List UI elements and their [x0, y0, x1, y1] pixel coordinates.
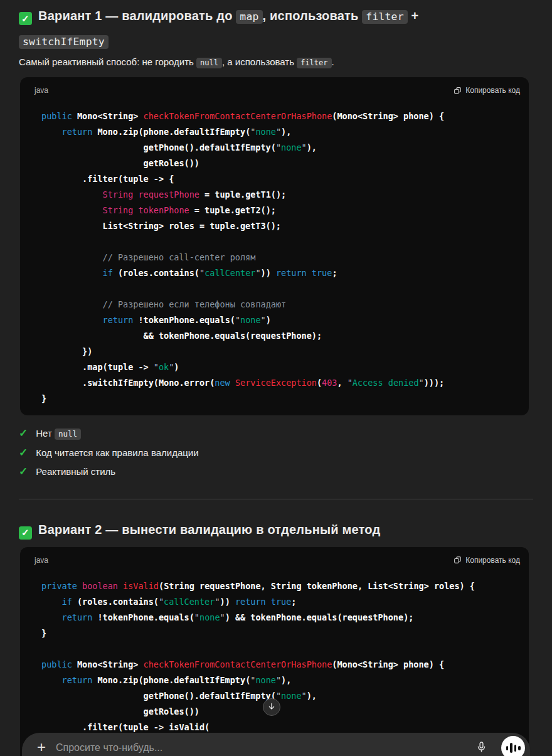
code-language-label: java: [34, 556, 48, 565]
check-icon: ✓: [19, 444, 28, 462]
waveform-icon: [506, 743, 521, 753]
code-line: String tokenPhone = tuple.getT2();: [41, 203, 519, 218]
code-block-header: java Копировать код: [20, 547, 529, 573]
text-run: Самый реактивный способ: не городить: [19, 56, 196, 67]
inline-code-chip: map: [236, 10, 262, 24]
variant2-heading: ✓Вариант 2 — вынести валидацию в отдельн…: [19, 520, 486, 540]
message-input[interactable]: [56, 739, 407, 756]
code-line: if (roles.contains("callCenter")) return…: [41, 265, 519, 281]
text-run: Вариант 2 — вынести валидацию в отдельны…: [38, 523, 380, 536]
green-check-emoji: ✓: [19, 12, 32, 25]
voice-mode-button[interactable]: [501, 736, 525, 756]
inline-code-chip: filter: [362, 10, 407, 24]
code-line: }): [41, 344, 519, 359]
copy-code-button[interactable]: Копировать код: [454, 86, 520, 95]
code-line: getRoles()): [41, 156, 519, 171]
arrow-down-icon: [267, 701, 277, 713]
text-run: +: [408, 9, 419, 23]
code-line: public Mono<String> checkTokenFromContac…: [41, 109, 519, 124]
code-line: // Разрешено call-center ролям: [41, 250, 519, 265]
checklist-item-text: Реактивный стиль: [36, 462, 115, 481]
check-icon: ✓: [19, 462, 28, 481]
inline-code-chip: null: [55, 429, 81, 440]
variant1-heading: ✓Вариант 1 — валидировать до map, исполь…: [19, 4, 486, 54]
checklist-item: ✓Нет null: [19, 424, 533, 444]
copy-button-label: Копировать код: [465, 556, 520, 565]
code-line: .map(tuple -> "ok"): [41, 359, 519, 375]
code-line: getPhone().defaultIfEmpty("none"),: [41, 688, 519, 704]
code-line: public Mono<String> checkTokenFromContac…: [41, 657, 519, 673]
code-block-variant1: java Копировать код public Mono<String> …: [20, 77, 529, 415]
checklist-item-text: Нет null: [36, 424, 81, 444]
code-content: private boolean isValid(String requestPh…: [20, 573, 529, 744]
code-line: .filter(tuple -> {: [41, 171, 519, 187]
code-content: public Mono<String> checkTokenFromContac…: [20, 104, 529, 415]
inline-code-chip: switchIfEmpty: [19, 35, 109, 49]
attach-plus-button[interactable]: +: [31, 737, 52, 756]
text-run: Код читается как правила валидации: [36, 447, 198, 458]
chat-message: ✓Вариант 1 — валидировать до map, исполь…: [0, 0, 552, 756]
code-line: [41, 641, 519, 657]
code-line: && tokenPhone.equals(requestPhone);: [41, 328, 519, 344]
green-check-emoji: ✓: [19, 526, 32, 540]
section-divider: [19, 499, 533, 499]
code-line: if (roles.contains("callCenter")) return…: [41, 594, 519, 610]
inline-code-chip: null: [196, 58, 222, 68]
code-line: [41, 234, 519, 250]
code-line: return Mono.zip(phone.defaultIfEmpty("no…: [41, 124, 519, 140]
copy-button-label: Копировать код: [465, 86, 520, 95]
copy-code-button[interactable]: Копировать код: [454, 556, 520, 565]
code-line: }: [41, 626, 519, 641]
code-language-label: java: [34, 86, 48, 95]
code-line: [41, 281, 519, 297]
text-run: Вариант 1 — валидировать до: [38, 9, 236, 23]
code-line: // Разрешено если телефоны совпадают: [41, 297, 519, 312]
checklist-item: ✓Реактивный стиль: [19, 462, 533, 481]
microphone-button[interactable]: [471, 738, 491, 756]
code-line: getPhone().defaultIfEmpty("none"),: [41, 140, 519, 156]
text-run: , а использовать: [222, 56, 297, 67]
text-run: , использовать: [263, 9, 363, 23]
code-line: return !tokenPhone.equals("none") && tok…: [41, 610, 519, 626]
code-line: .switchIfEmpty(Mono.error(new ServiceExc…: [41, 375, 519, 391]
text-run: Реактивный стиль: [36, 466, 115, 477]
code-block-header: java Копировать код: [20, 77, 529, 104]
benefits-checklist: ✓Нет null✓Код читается как правила валид…: [19, 424, 533, 481]
copy-icon: [454, 556, 462, 564]
code-block-variant2: java Копировать код private boolean isVa…: [20, 547, 529, 756]
code-line: String requestPhone = tuple.getT1();: [41, 187, 519, 203]
variant1-subtitle: Самый реактивный способ: не городить nul…: [19, 55, 533, 70]
scroll-to-bottom-button[interactable]: [263, 698, 280, 716]
copy-icon: [454, 87, 462, 95]
code-line: return Mono.zip(phone.defaultIfEmpty("no…: [41, 673, 519, 688]
composer-bar: +: [22, 733, 530, 756]
text-run: Нет: [36, 428, 55, 439]
code-line: }: [41, 391, 519, 407]
text-run: .: [332, 56, 334, 67]
check-icon: ✓: [19, 424, 28, 443]
checklist-item-text: Код читается как правила валидации: [36, 444, 198, 462]
checklist-item: ✓Код читается как правила валидации: [19, 444, 533, 462]
microphone-icon: [475, 741, 487, 755]
inline-code-chip: filter: [297, 58, 331, 68]
code-line: private boolean isValid(String requestPh…: [41, 578, 519, 594]
code-line: return !tokenPhone.equals("none"): [41, 312, 519, 328]
code-line: List<String> roles = tuple.getT3();: [41, 218, 519, 234]
